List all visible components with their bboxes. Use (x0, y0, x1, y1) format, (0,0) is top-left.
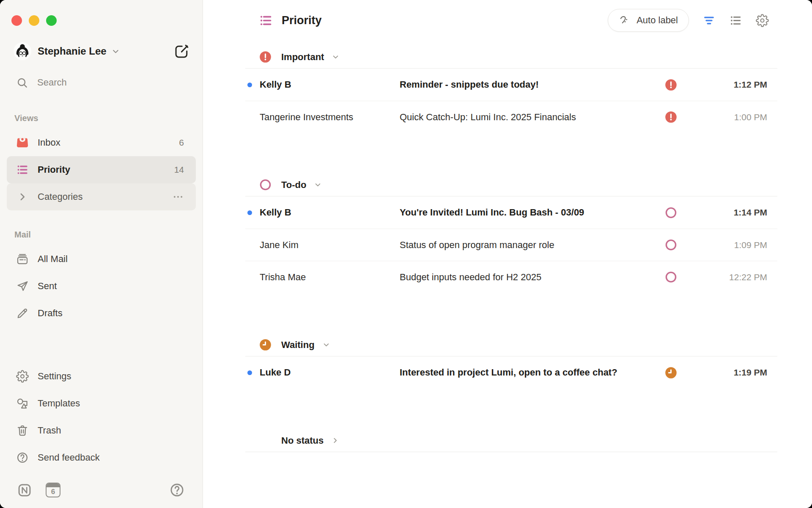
trash-icon (16, 424, 29, 437)
help-icon (16, 451, 29, 464)
item-count-badge: 14 (174, 165, 184, 175)
unread-dot (247, 83, 252, 87)
item-count-badge: 6 (179, 138, 184, 148)
group-header-waiting[interactable]: Waiting (245, 334, 777, 356)
email-list: Kelly BYou're Invited! Lumi Inc. Bug Bas… (245, 196, 777, 293)
auto-label-wand-icon (619, 14, 631, 26)
email-row[interactable]: Luke DInterested in project Lumi, open t… (245, 356, 777, 389)
email-time: 1:00 PM (683, 112, 777, 122)
filter-icon[interactable] (702, 14, 716, 27)
sidebar-item-priority[interactable]: Priority14 (7, 156, 196, 183)
email-subject: Quick Catch-Up: Lumi Inc. 2025 Financial… (400, 112, 658, 123)
mail-group-no-status: No status (245, 429, 777, 452)
email-time: 1:12 PM (683, 80, 777, 90)
dots-icon[interactable] (172, 191, 184, 203)
email-row[interactable]: Jane KimStatus of open program manager r… (245, 229, 777, 261)
zoom-window-button[interactable] (46, 15, 57, 26)
search-button[interactable]: Search (7, 71, 196, 94)
waiting-status-icon (259, 339, 272, 351)
sidebar-item-label: Trash (38, 425, 61, 436)
sidebar-item-label: Priority (38, 164, 70, 175)
email-row[interactable]: Kelly BReminder - snippets due today!1:1… (245, 69, 777, 101)
sidebar-item-label: Send feedback (38, 452, 100, 463)
unread-dot (247, 370, 252, 375)
todo-status-icon (259, 179, 272, 191)
important-status-icon (259, 51, 272, 63)
priority-list-icon (259, 14, 273, 28)
close-window-button[interactable] (11, 15, 22, 26)
email-list: Kelly BReminder - snippets due today!1:1… (245, 69, 777, 133)
email-sender: Tangerine Investments (260, 112, 400, 123)
group-label: Important (281, 52, 324, 63)
mail-group-waiting: WaitingLuke DInterested in project Lumi,… (245, 334, 777, 389)
todo-status-icon[interactable] (665, 207, 677, 219)
email-subject: You're Invited! Lumi Inc. Bug Bash - 03/… (400, 207, 658, 218)
main-panel: Priority Auto label Import (203, 0, 812, 508)
sidebar-item-all-mail[interactable]: All Mail (7, 246, 196, 273)
chevron-right-icon (16, 190, 29, 203)
email-subject: Budget inputs needed for H2 2025 (400, 272, 658, 283)
email-time: 1:19 PM (683, 367, 777, 378)
email-row[interactable]: Tangerine InvestmentsQuick Catch-Up: Lum… (245, 101, 777, 133)
group-header-no-status[interactable]: No status (245, 429, 777, 452)
sidebar-item-send-feedback[interactable]: Send feedback (7, 444, 196, 471)
list-view-icon[interactable] (729, 14, 742, 27)
mail-group-to-do: To-doKelly BYou're Invited! Lumi Inc. Bu… (245, 174, 777, 293)
sent-icon (16, 280, 29, 293)
calendar-icon[interactable]: 6 (46, 483, 60, 497)
sidebar-item-inbox[interactable]: Inbox6 (7, 129, 196, 156)
sidebar-item-label: Categories (38, 191, 82, 202)
important-status-icon[interactable] (665, 111, 677, 123)
calendar-day-number: 6 (47, 487, 60, 497)
page-title: Priority (282, 14, 322, 27)
important-status-icon[interactable] (665, 79, 677, 91)
sidebar-item-label: All Mail (38, 254, 68, 265)
sidebar: Stephanie Lee Search ViewsInbox6Priority… (0, 0, 203, 508)
search-icon (16, 77, 28, 89)
sidebar-item-trash[interactable]: Trash (7, 417, 196, 444)
sidebar-item-sent[interactable]: Sent (7, 273, 196, 300)
view-settings-gear-icon[interactable] (756, 14, 769, 27)
email-sender: Jane Kim (260, 240, 400, 251)
help-button[interactable] (169, 482, 185, 498)
sidebar-item-categories[interactable]: Categories (7, 183, 196, 210)
sidebar-item-drafts[interactable]: Drafts (7, 300, 196, 327)
header-actions: Auto label (608, 9, 769, 32)
email-list: Luke DInterested in project Lumi, open t… (245, 356, 777, 389)
sidebar-item-templates[interactable]: Templates (7, 390, 196, 417)
sidebar-nav: ViewsInbox6Priority14CategoriesMailAll M… (7, 94, 196, 327)
chevron-down-icon (111, 47, 121, 56)
email-subject: Status of open program manager role (400, 240, 658, 251)
email-sender: Kelly B (260, 79, 400, 90)
sidebar-item-settings[interactable]: Settings (7, 363, 196, 390)
sidebar-item-label: Settings (38, 371, 71, 382)
account-name: Stephanie Lee (38, 45, 107, 57)
compose-button[interactable] (174, 43, 190, 59)
email-row[interactable]: Trisha MaeBudget inputs needed for H2 20… (245, 261, 777, 293)
todo-status-icon[interactable] (665, 239, 677, 251)
auto-label-button[interactable]: Auto label (608, 9, 689, 32)
account-switcher[interactable]: Stephanie Lee (14, 42, 190, 60)
group-header-to-do[interactable]: To-do (245, 174, 777, 196)
email-row[interactable]: Kelly BYou're Invited! Lumi Inc. Bug Bas… (245, 196, 777, 229)
group-label: To-do (281, 179, 306, 190)
sidebar-section-label-mail: Mail (14, 230, 188, 240)
todo-status-icon[interactable] (665, 271, 677, 283)
group-header-important[interactable]: Important (245, 46, 777, 69)
waiting-status-icon[interactable] (665, 367, 677, 379)
minimize-window-button[interactable] (29, 15, 39, 26)
email-time: 1:09 PM (683, 240, 777, 250)
none-status-icon (259, 434, 272, 447)
sidebar-item-label: Templates (38, 398, 80, 409)
drafts-icon (16, 307, 29, 320)
notion-logo-icon[interactable] (17, 483, 32, 498)
search-label: Search (37, 77, 67, 88)
all-mail-icon (16, 253, 29, 265)
view-header: Priority Auto label (203, 0, 812, 41)
sidebar-item-label: Drafts (38, 308, 63, 319)
email-time: 12:22 PM (683, 272, 777, 282)
mail-app-window: Stephanie Lee Search ViewsInbox6Priority… (0, 0, 812, 508)
priority-list-icon (16, 163, 29, 176)
templates-icon (16, 397, 29, 410)
unread-indicator-column (245, 83, 260, 87)
